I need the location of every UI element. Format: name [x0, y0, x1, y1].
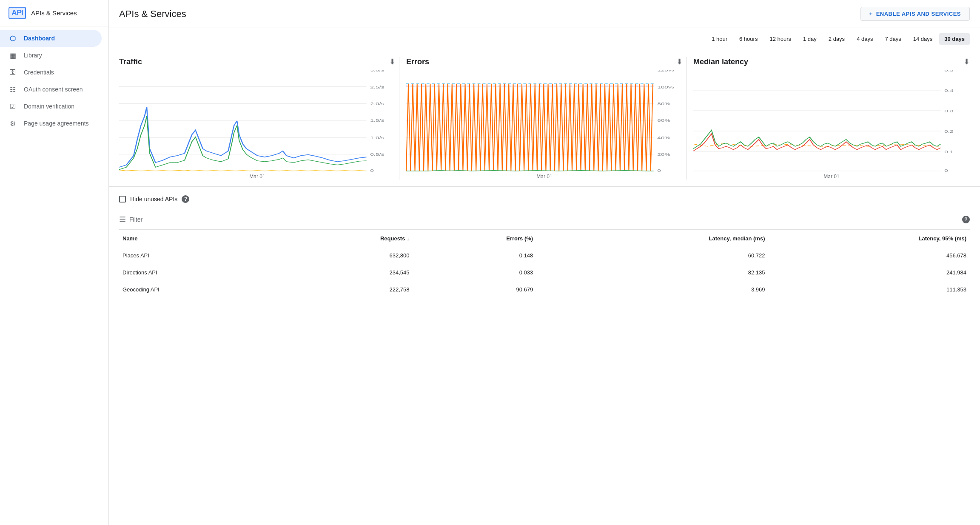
- cell-requests: 222,758: [280, 281, 413, 298]
- col-header-requests[interactable]: Requests ↓: [280, 230, 413, 247]
- errors-chart: Errors ⬇: [399, 57, 683, 180]
- sidebar-item-dashboard[interactable]: ⬡ Dashboard: [0, 30, 102, 47]
- traffic-chart-title: Traffic: [119, 57, 142, 66]
- errors-svg: 120% 100% 80% 60% 40% 20% 0: [406, 70, 683, 172]
- main-header: APIs & Services + ENABLE APIS AND SERVIC…: [109, 0, 980, 28]
- table-row: Geocoding API222,75890.6793.969111.353: [119, 281, 970, 298]
- cell-latency_med: 82.135: [536, 264, 768, 281]
- nav-icon-domain: ☑: [9, 102, 17, 111]
- time-btn-1-hour[interactable]: 1 hour: [707, 33, 732, 45]
- sidebar-item-library[interactable]: ▦ Library: [0, 47, 102, 64]
- time-btn-30-days[interactable]: 30 days: [939, 33, 970, 45]
- table-help-icon[interactable]: ?: [962, 216, 970, 223]
- sidebar-item-oauth[interactable]: ☷ OAuth consent screen: [0, 81, 102, 98]
- svg-text:0: 0: [944, 168, 948, 172]
- cell-latency_95: 241.984: [769, 264, 970, 281]
- svg-text:0.4: 0.4: [944, 88, 953, 93]
- time-btn-4-days[interactable]: 4 days: [852, 33, 878, 45]
- cell-latency_med: 60.722: [536, 247, 768, 264]
- col-header-errors: Errors (%): [413, 230, 537, 247]
- traffic-x-label: Mar 01: [119, 174, 396, 180]
- sidebar-item-page-usage[interactable]: ⚙ Page usage agreements: [0, 115, 102, 132]
- traffic-download-icon[interactable]: ⬇: [389, 57, 396, 66]
- nav-icon-credentials: ⚿: [9, 68, 17, 77]
- svg-text:1.0/s: 1.0/s: [370, 135, 384, 140]
- traffic-chart-area: 3.0/s 2.5/s 2.0/s 1.5/s 1.0/s 0.5/s 0: [119, 70, 396, 172]
- enable-apis-button[interactable]: + ENABLE APIS AND SERVICES: [860, 7, 970, 21]
- time-btn-2-days[interactable]: 2 days: [823, 33, 850, 45]
- nav-label-oauth: OAuth consent screen: [24, 86, 83, 93]
- nav-icon-dashboard: ⬡: [9, 34, 17, 43]
- sidebar: API APIs & Services ⬡ Dashboard ▦ Librar…: [0, 0, 109, 525]
- cell-name: Directions API: [119, 264, 280, 281]
- latency-chart-title: Median latency: [693, 57, 748, 66]
- nav-icon-page-usage: ⚙: [9, 119, 17, 128]
- hide-unused-help-icon[interactable]: ?: [182, 195, 189, 203]
- enable-button-label: ENABLE APIS AND SERVICES: [876, 11, 961, 17]
- cell-name: Places API: [119, 247, 280, 264]
- time-btn-7-days[interactable]: 7 days: [880, 33, 906, 45]
- svg-text:0.2: 0.2: [944, 129, 953, 134]
- sidebar-header: API APIs & Services: [0, 0, 108, 26]
- sidebar-item-domain[interactable]: ☑ Domain verification: [0, 98, 102, 115]
- col-header-latency_95: Latency, 95% (ms): [769, 230, 970, 247]
- cell-name: Geocoding API: [119, 281, 280, 298]
- filter-label: Filter: [129, 216, 142, 223]
- filter-bar: ☰ Filter ?: [119, 210, 970, 230]
- svg-text:1.5/s: 1.5/s: [370, 118, 384, 123]
- nav-label-dashboard: Dashboard: [24, 35, 55, 42]
- filter-left[interactable]: ☰ Filter: [119, 215, 142, 224]
- plus-icon: +: [869, 11, 873, 17]
- latency-chart: Median latency ⬇: [686, 57, 970, 180]
- sidebar-nav: ⬡ Dashboard ▦ Library ⚿ Credentials ☷ OA…: [0, 26, 108, 525]
- svg-text:0: 0: [370, 168, 374, 172]
- svg-text:0.3: 0.3: [944, 108, 953, 113]
- svg-text:100%: 100%: [657, 85, 674, 89]
- hide-unused-checkbox[interactable]: [119, 196, 126, 203]
- latency-chart-area: 0.5 0.4 0.3 0.2 0.1 0: [693, 70, 970, 172]
- sidebar-app-title: APIs & Services: [31, 9, 77, 17]
- charts-section: Traffic ⬇: [109, 50, 980, 187]
- cell-errors: 0.148: [413, 247, 537, 264]
- page-title: APIs & Services: [119, 9, 852, 20]
- sidebar-item-credentials[interactable]: ⚿ Credentials: [0, 64, 102, 81]
- nav-icon-library: ▦: [9, 51, 17, 60]
- filter-section: Hide unused APIs ?: [109, 187, 980, 210]
- time-btn-1-day[interactable]: 1 day: [798, 33, 822, 45]
- nav-icon-oauth: ☷: [9, 85, 17, 94]
- api-table: NameRequests ↓Errors (%)Latency, median …: [119, 230, 970, 298]
- svg-text:0.5: 0.5: [944, 70, 953, 73]
- time-btn-6-hours[interactable]: 6 hours: [734, 33, 763, 45]
- latency-download-icon[interactable]: ⬇: [963, 57, 970, 66]
- col-header-latency_med: Latency, median (ms): [536, 230, 768, 247]
- cell-errors: 0.033: [413, 264, 537, 281]
- time-btn-14-days[interactable]: 14 days: [908, 33, 938, 45]
- svg-text:20%: 20%: [657, 152, 670, 157]
- traffic-chart: Traffic ⬇: [119, 57, 396, 180]
- svg-text:60%: 60%: [657, 118, 670, 123]
- col-header-name[interactable]: Name: [119, 230, 280, 247]
- errors-download-icon[interactable]: ⬇: [676, 57, 683, 66]
- cell-errors: 90.679: [413, 281, 537, 298]
- latency-x-label: Mar 01: [693, 174, 970, 180]
- svg-text:0.1: 0.1: [944, 149, 953, 154]
- table-body: Places API632,8000.14860.722456.678Direc…: [119, 247, 970, 298]
- nav-label-domain: Domain verification: [24, 103, 74, 110]
- svg-text:0.5/s: 0.5/s: [370, 152, 384, 157]
- nav-label-credentials: Credentials: [24, 69, 54, 76]
- hide-unused-row: Hide unused APIs ?: [119, 195, 970, 203]
- api-logo: API: [9, 7, 26, 19]
- svg-text:120%: 120%: [657, 70, 674, 73]
- cell-latency_med: 3.969: [536, 281, 768, 298]
- time-btn-12-hours[interactable]: 12 hours: [764, 33, 796, 45]
- cell-requests: 632,800: [280, 247, 413, 264]
- nav-label-library: Library: [24, 52, 42, 59]
- cell-latency_95: 111.353: [769, 281, 970, 298]
- svg-text:0: 0: [657, 168, 661, 172]
- time-range-bar: 1 hour6 hours12 hours1 day2 days4 days7 …: [109, 28, 980, 50]
- svg-text:2.5/s: 2.5/s: [370, 85, 384, 89]
- latency-svg: 0.5 0.4 0.3 0.2 0.1 0: [693, 70, 970, 172]
- filter-icon: ☰: [119, 215, 126, 224]
- table-row: Places API632,8000.14860.722456.678: [119, 247, 970, 264]
- latency-chart-header: Median latency ⬇: [693, 57, 970, 66]
